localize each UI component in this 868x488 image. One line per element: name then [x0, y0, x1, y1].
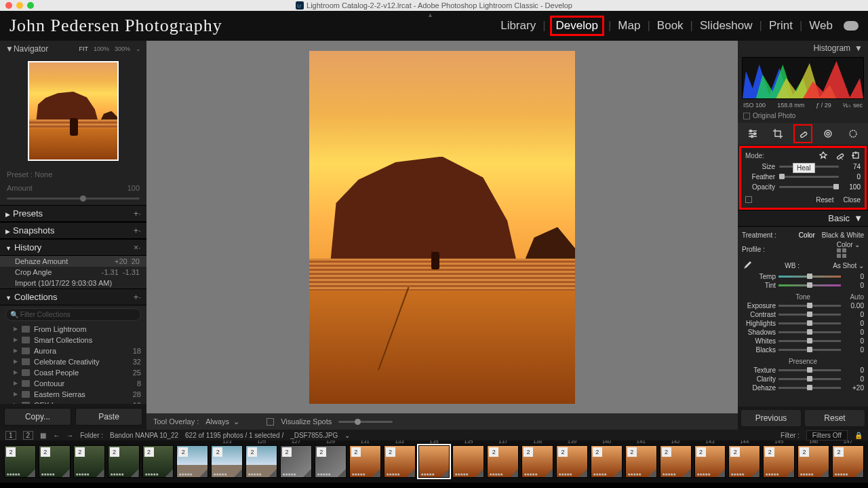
feather-slider[interactable] — [779, 176, 839, 178]
copy-button[interactable]: Copy... — [4, 408, 71, 426]
collection-item[interactable]: ▶Celebrate Creativity32 — [0, 356, 146, 367]
filmstrip-thumb[interactable]: 2★★★★★ — [176, 445, 208, 478]
collection-item[interactable]: ▶Contouur8 — [0, 378, 146, 389]
wb-dropdown[interactable]: As Shot ⌄ — [833, 262, 864, 269]
paste-button[interactable]: Paste — [75, 408, 142, 426]
filmstrip[interactable]: 2★★★★★2★★★★★2★★★★★2★★★★★2★★★★★2★★★★★2★★★… — [0, 440, 868, 483]
main-window-icon[interactable]: 1 — [5, 431, 16, 440]
crop-tool-icon[interactable] — [771, 127, 785, 140]
histogram[interactable] — [742, 57, 864, 99]
edit-sliders-tool-icon[interactable] — [746, 127, 760, 140]
history-item[interactable]: Import (10/17/22 9:03:03 AM) — [0, 278, 146, 288]
collection-item[interactable]: ▶Coast People25 — [0, 367, 146, 378]
back-icon[interactable]: ← — [53, 432, 60, 439]
blacks-slider[interactable] — [778, 349, 841, 351]
main-photo[interactable] — [309, 51, 575, 404]
redeye-tool-icon[interactable] — [846, 127, 860, 140]
heal-reset-button[interactable]: Reset — [816, 196, 833, 204]
original-photo-toggle[interactable]: Original Photo — [738, 110, 868, 121]
collection-item[interactable]: ▶Eastern Sierras28 — [0, 389, 146, 400]
filmstrip-thumb[interactable]: 2★★★★★131 — [349, 445, 381, 478]
filmstrip-thumb[interactable]: ★★★★★135 — [452, 445, 484, 478]
filmstrip-thumb[interactable]: 2★★★★★125 — [245, 445, 277, 478]
reset-button[interactable]: Reset — [805, 410, 865, 426]
history-item[interactable]: Dehaze Amount+20 20 — [0, 256, 146, 267]
module-web[interactable]: Web — [809, 19, 833, 33]
tool-overlay-dropdown[interactable]: Always ⌄ — [205, 417, 239, 426]
module-develop[interactable]: Develop — [550, 16, 604, 36]
module-library[interactable]: Library — [500, 19, 536, 33]
auto-button[interactable]: Auto — [850, 293, 864, 301]
shadows-slider[interactable] — [778, 331, 841, 333]
filmstrip-thumb[interactable]: 2★★★★★133 — [384, 445, 416, 478]
filmstrip-thumb[interactable]: 2★★★★★143 — [694, 445, 726, 478]
clone-mode-icon[interactable] — [851, 151, 861, 160]
snapshots-header[interactable]: ▶Snapshots+· — [0, 222, 146, 239]
filmstrip-thumb[interactable]: 2★★★★★139 — [556, 445, 588, 478]
filmstrip-thumb[interactable]: 2★★★★★138 — [521, 445, 553, 478]
opacity-slider[interactable] — [779, 186, 839, 188]
preset-amount-slider[interactable] — [7, 198, 140, 199]
collection-item[interactable]: ▶Smart Collections — [0, 335, 146, 345]
dehaze-slider[interactable] — [778, 387, 841, 389]
cloud-sync-icon[interactable] — [844, 21, 859, 31]
clarity-slider[interactable] — [778, 378, 841, 380]
module-print[interactable]: Print — [769, 19, 793, 33]
whites-slider[interactable] — [778, 340, 841, 342]
filmstrip-thumb[interactable]: 2★★★★★ — [39, 445, 71, 478]
filmstrip-thumb[interactable]: 2★★★★★ — [142, 445, 174, 478]
collection-item[interactable]: ▶From Lightroom — [0, 324, 146, 335]
zoom-100%[interactable]: 100% — [94, 45, 109, 52]
basic-header[interactable]: Basic▼ — [738, 210, 868, 227]
filmstrip-thumb[interactable]: 2★★★★★129 — [315, 445, 347, 478]
navigator-preview[interactable] — [28, 61, 119, 161]
traffic-lights[interactable] — [5, 2, 34, 9]
exposure-slider[interactable] — [778, 305, 841, 307]
texture-slider[interactable] — [778, 369, 841, 371]
visualize-spots-slider[interactable] — [338, 421, 393, 423]
highlights-slider[interactable] — [778, 322, 841, 324]
presets-header[interactable]: ▶Presets+· — [0, 205, 146, 222]
treatment-color[interactable]: Color — [799, 231, 815, 239]
healing-tool-icon[interactable] — [796, 127, 810, 140]
folder-name[interactable]: Bandon NANPA 10_22 — [110, 432, 178, 439]
filmstrip-thumb[interactable]: 2★★★★★ — [4, 445, 36, 478]
second-window-icon[interactable]: 2 — [23, 431, 34, 440]
treatment-bw[interactable]: Black & White — [822, 231, 864, 239]
history-header[interactable]: ▼History×· — [0, 239, 146, 256]
collection-item[interactable]: ▶Aurora18 — [0, 345, 146, 356]
content-aware-remove-icon[interactable] — [818, 151, 828, 160]
minimize-icon[interactable] — [16, 2, 23, 9]
filmstrip-thumb[interactable]: 2★★★★★127 — [280, 445, 312, 478]
filmstrip-thumb[interactable]: 2★★★★★144 — [728, 445, 760, 478]
filmstrip-thumb[interactable]: 2★★★★★147 — [832, 445, 864, 478]
pin-toggle[interactable] — [745, 196, 752, 203]
histogram-header[interactable]: Histogram▼ — [738, 41, 868, 56]
filmstrip-thumb[interactable]: 2★★★★★142 — [660, 445, 692, 478]
profile-dropdown[interactable]: Color ⌄ — [837, 241, 861, 248]
zoom-more-icon[interactable]: ⌄ — [136, 45, 141, 52]
visualize-spots-checkbox[interactable] — [267, 418, 274, 426]
collections-header[interactable]: ▼Collections+· — [0, 288, 146, 305]
maximize-icon[interactable] — [27, 2, 34, 9]
profile-browser-icon[interactable] — [837, 248, 864, 258]
heal-mode-icon[interactable]: ↖ — [835, 151, 844, 160]
top-panel-handle[interactable] — [427, 10, 441, 14]
filter-dropdown[interactable]: Filters Off — [806, 430, 848, 440]
zoom-300%[interactable]: 300% — [115, 45, 130, 52]
module-map[interactable]: Map — [618, 19, 640, 33]
temp-slider[interactable] — [778, 276, 841, 278]
filmstrip-thumb[interactable]: 2★★★★★145 — [763, 445, 795, 478]
previous-button[interactable]: Previous — [741, 410, 801, 426]
filmstrip-thumb[interactable]: 2★★★★★123 — [211, 445, 243, 478]
filmstrip-thumb[interactable]: 2★★★★★141 — [625, 445, 657, 478]
masking-tool-icon[interactable] — [821, 127, 835, 140]
filmstrip-thumb[interactable]: 2★★★★★146 — [797, 445, 829, 478]
filmstrip-thumb[interactable]: 2★★★★★ — [73, 445, 105, 478]
filmstrip-thumb[interactable]: 2★★★★★137 — [487, 445, 519, 478]
zoom-FIT[interactable]: FIT — [79, 45, 88, 52]
module-book[interactable]: Book — [657, 19, 684, 33]
filmstrip-thumb[interactable]: ★★★★★135 — [418, 445, 450, 478]
module-slideshow[interactable]: Slideshow — [700, 19, 753, 33]
heal-close-button[interactable]: Close — [843, 196, 861, 204]
